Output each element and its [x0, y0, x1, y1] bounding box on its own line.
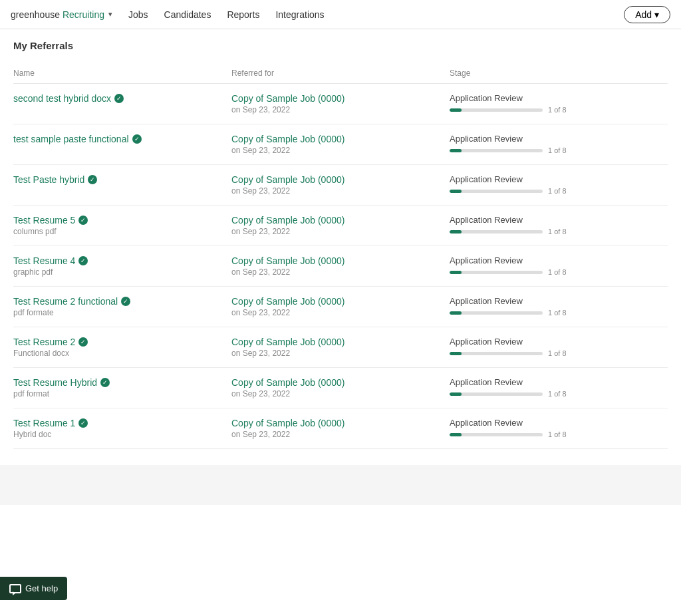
- table-row: second test hybrid docx Copy of Sample J…: [13, 84, 668, 124]
- table-row: Test Resume 1 Hybrid doc Copy of Sample …: [13, 408, 668, 449]
- job-date: on Sep 23, 2022: [231, 430, 450, 439]
- candidate-name-link[interactable]: test sample paste functional: [13, 134, 129, 144]
- progress-bar-wrap: [450, 190, 543, 193]
- progress-bar-wrap: [450, 311, 543, 315]
- candidate-cell-4: Test Resume 4 graphic pdf: [13, 255, 231, 277]
- stage-cell-1: Application Review 1 of 8: [450, 134, 668, 154]
- stage-label: Application Review: [450, 337, 668, 347]
- stage-label: Application Review: [450, 377, 668, 387]
- job-link[interactable]: Copy of Sample Job (0000): [231, 215, 344, 226]
- job-link[interactable]: Copy of Sample Job (0000): [231, 134, 344, 144]
- job-date: on Sep 23, 2022: [231, 389, 450, 398]
- stage-cell-2: Application Review 1 of 8: [450, 174, 668, 195]
- progress-bar-fill: [450, 108, 462, 112]
- brand-text: greenhouse: [11, 9, 60, 20]
- job-cell-6: Copy of Sample Job (0000) on Sep 23, 202…: [231, 337, 450, 358]
- job-cell-4: Copy of Sample Job (0000) on Sep 23, 202…: [231, 255, 450, 277]
- progress-bar-wrap: [450, 352, 543, 355]
- job-link[interactable]: Copy of Sample Job (0000): [231, 377, 344, 388]
- candidate-sub: Hybrid doc: [13, 430, 231, 439]
- stage-label: Application Review: [450, 93, 668, 103]
- verified-icon: [132, 134, 142, 144]
- stage-cell-8: Application Review 1 of 8: [450, 418, 668, 438]
- candidate-sub: pdf formate: [13, 308, 231, 317]
- verified-icon: [88, 175, 97, 184]
- candidate-sub: pdf format: [13, 389, 231, 398]
- stage-label: Application Review: [450, 255, 668, 265]
- table-row: test sample paste functional Copy of Sam…: [13, 124, 668, 165]
- page-title: My Referrals: [13, 40, 668, 51]
- verified-icon: [114, 94, 124, 103]
- nav-candidates[interactable]: Candidates: [164, 9, 211, 20]
- job-cell-7: Copy of Sample Job (0000) on Sep 23, 202…: [231, 377, 450, 398]
- nav-reports[interactable]: Reports: [227, 9, 259, 20]
- candidate-name-link[interactable]: second test hybrid docx: [13, 93, 111, 104]
- progress-container: 1 of 8: [450, 430, 668, 438]
- progress-bar-wrap: [450, 149, 543, 152]
- verified-icon: [78, 418, 88, 428]
- candidate-name-link[interactable]: Test Resume 2: [13, 337, 75, 347]
- progress-bar-fill: [450, 149, 462, 152]
- nav-bar: greenhouse Recruiting ▾ Jobs Candidates …: [0, 0, 681, 29]
- job-cell-8: Copy of Sample Job (0000) on Sep 23, 202…: [231, 418, 450, 439]
- stage-cell-0: Application Review 1 of 8: [450, 93, 668, 114]
- candidate-cell-0: second test hybrid docx: [13, 93, 231, 104]
- candidate-sub: columns pdf: [13, 227, 231, 236]
- nav-links: Jobs Candidates Reports Integrations: [128, 9, 624, 20]
- rows-container: second test hybrid docx Copy of Sample J…: [13, 84, 668, 449]
- candidate-name-link[interactable]: Test Resume 5: [13, 215, 75, 226]
- stage-cell-7: Application Review 1 of 8: [450, 377, 668, 398]
- stage-cell-4: Application Review 1 of 8: [450, 255, 668, 276]
- nav-jobs[interactable]: Jobs: [128, 9, 148, 20]
- verified-icon: [78, 216, 88, 225]
- job-date: on Sep 23, 2022: [231, 308, 450, 317]
- job-cell-2: Copy of Sample Job (0000) on Sep 23, 202…: [231, 174, 450, 196]
- verified-icon: [100, 378, 110, 387]
- job-link[interactable]: Copy of Sample Job (0000): [231, 418, 344, 428]
- candidate-name-link[interactable]: Test Resume 4: [13, 255, 75, 266]
- candidate-name-link[interactable]: Test Resume Hybrid: [13, 377, 97, 388]
- brand-chevron-icon[interactable]: ▾: [108, 10, 112, 19]
- job-link[interactable]: Copy of Sample Job (0000): [231, 296, 344, 307]
- progress-bar-fill: [450, 311, 462, 315]
- stage-label: Application Review: [450, 174, 668, 184]
- candidate-cell-1: test sample paste functional: [13, 134, 231, 144]
- job-link[interactable]: Copy of Sample Job (0000): [231, 174, 344, 185]
- progress-bar-fill: [450, 271, 462, 274]
- candidate-cell-3: Test Resume 5 columns pdf: [13, 215, 231, 236]
- progress-text: 1 of 8: [548, 187, 567, 195]
- candidate-name-link[interactable]: Test Resume 2 functional: [13, 296, 118, 307]
- stage-label: Application Review: [450, 418, 668, 428]
- progress-text: 1 of 8: [548, 268, 567, 276]
- job-link[interactable]: Copy of Sample Job (0000): [231, 255, 344, 266]
- progress-container: 1 of 8: [450, 268, 668, 276]
- nav-integrations[interactable]: Integrations: [275, 9, 324, 20]
- candidate-cell-6: Test Resume 2 Functional docx: [13, 337, 231, 358]
- progress-text: 1 of 8: [548, 430, 567, 438]
- candidate-name-link[interactable]: Test Paste hybrid: [13, 174, 84, 185]
- progress-container: 1 of 8: [450, 390, 668, 398]
- job-link[interactable]: Copy of Sample Job (0000): [231, 93, 344, 104]
- progress-container: 1 of 8: [450, 187, 668, 195]
- add-button[interactable]: Add ▾: [624, 6, 670, 23]
- progress-bar-wrap: [450, 433, 543, 436]
- job-date: on Sep 23, 2022: [231, 267, 450, 277]
- progress-bar-fill: [450, 230, 462, 233]
- stage-label: Application Review: [450, 134, 668, 144]
- table-row: Test Resume 2 Functional docx Copy of Sa…: [13, 327, 668, 368]
- table-row: Test Paste hybrid Copy of Sample Job (00…: [13, 165, 668, 206]
- col-stage: Stage: [450, 69, 668, 78]
- stage-label: Application Review: [450, 215, 668, 225]
- progress-text: 1 of 8: [548, 106, 567, 114]
- job-date: on Sep 23, 2022: [231, 105, 450, 114]
- table-row: Test Resume Hybrid pdf format Copy of Sa…: [13, 368, 668, 408]
- nav-brand: greenhouse Recruiting ▾: [11, 9, 112, 20]
- progress-bar-wrap: [450, 108, 543, 112]
- table-row: Test Resume 2 functional pdf formate Cop…: [13, 287, 668, 327]
- candidate-name-link[interactable]: Test Resume 1: [13, 418, 75, 428]
- job-date: on Sep 23, 2022: [231, 227, 450, 236]
- table-row: Test Resume 4 graphic pdf Copy of Sample…: [13, 246, 668, 287]
- progress-text: 1 of 8: [548, 228, 567, 235]
- table-header: Name Referred for Stage: [13, 65, 668, 84]
- job-link[interactable]: Copy of Sample Job (0000): [231, 337, 344, 347]
